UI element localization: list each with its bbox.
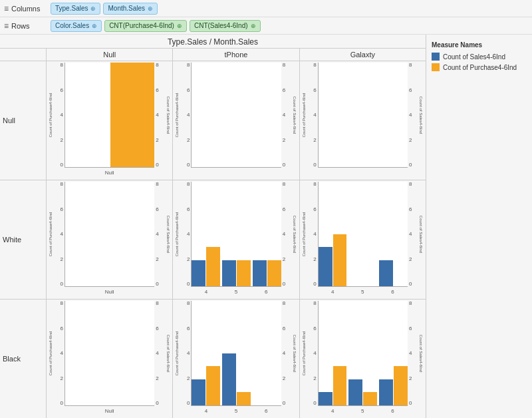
cnt-purchase-pill-icon: ⊕ xyxy=(177,23,182,29)
row-labels: Null White Black xyxy=(0,61,47,418)
main-content: Type.Sales / Month.Sales Null tPhone Gal… xyxy=(0,35,532,418)
legend-label-purchase: Count of Purchase4-6Ind xyxy=(443,64,517,71)
columns-label: ≡ Columns xyxy=(4,4,51,13)
grid-row-white: Count of Purchase4-6IndCount of Sales4-6… xyxy=(47,180,426,300)
cell-white-galaxty: Count of Purchase4-6IndCount of Sales4-6… xyxy=(300,180,426,299)
row-null: Null xyxy=(0,61,47,180)
cell-black-tphone: Count of Purchase4-6IndCount of Sales4-6… xyxy=(173,300,299,418)
chart-body: Null White Black Count of Purchase4-6Ind… xyxy=(0,61,426,418)
row-white: White xyxy=(0,180,47,300)
type-sales-pill[interactable]: Type.Sales ⊕ xyxy=(51,3,100,15)
legend-panel: Measure Names Count of Sales4-6Ind Count… xyxy=(426,35,532,418)
rows-icon: ≡ xyxy=(4,21,9,31)
cell-null-null: Count of Purchase4-6IndCount of Sales4-6… xyxy=(47,61,173,180)
grid-area: Count of Purchase4-6IndCount of Sales4-6… xyxy=(47,61,426,418)
header-spacer xyxy=(0,49,47,61)
cnt-purchase-pill[interactable]: CNT(Purchase4-6Ind) ⊕ xyxy=(104,20,187,32)
color-sales-pill[interactable]: Color.Sales ⊕ xyxy=(51,20,102,32)
type-sales-pill-icon: ⊕ xyxy=(90,5,96,12)
row-black: Black xyxy=(0,300,47,418)
col-null: Null xyxy=(47,49,173,61)
color-sales-pill-icon: ⊕ xyxy=(92,23,97,29)
cnt-sales-pill-icon: ⊕ xyxy=(251,23,256,29)
month-sales-pill[interactable]: Month.Sales ⊕ xyxy=(103,3,158,15)
rows-toolbar: ≡ Rows Color.Sales ⊕ CNT(Purchase4-6Ind)… xyxy=(0,17,532,35)
grid-row-black: Count of Purchase4-6IndCount of Sales4-6… xyxy=(47,300,426,418)
legend-item-purchase: Count of Purchase4-6Ind xyxy=(432,63,527,71)
legend-item-sales: Count of Sales4-6Ind xyxy=(432,53,527,61)
legend-label-sales: Count of Sales4-6Ind xyxy=(443,53,505,61)
column-headers: Null tPhone Galaxty xyxy=(0,49,426,61)
legend-title: Measure Names xyxy=(432,41,527,49)
col-tphone: tPhone xyxy=(173,49,299,61)
cell-null-tphone: Count of Purchase4-6IndCount of Sales4-6… xyxy=(173,61,299,180)
columns-toolbar: ≡ Columns Type.Sales ⊕ Month.Sales ⊕ xyxy=(0,0,532,17)
chart-area: Type.Sales / Month.Sales Null tPhone Gal… xyxy=(0,35,426,418)
cell-black-null: Count of Purchase4-6IndCount of Sales4-6… xyxy=(47,300,173,418)
legend-swatch-sales xyxy=(432,53,440,61)
cell-white-null: Count of Purchase4-6IndCount of Sales4-6… xyxy=(47,180,173,299)
cnt-sales-pill[interactable]: CNT(Sales4-6Ind) ⊕ xyxy=(190,20,261,32)
cell-black-galaxty: Count of Purchase4-6IndCount of Sales4-6… xyxy=(300,300,426,418)
grid-row-null: Count of Purchase4-6IndCount of Sales4-6… xyxy=(47,61,426,180)
columns-icon: ≡ xyxy=(4,4,9,13)
cell-null-galaxty: Count of Purchase4-6IndCount of Sales4-6… xyxy=(300,61,426,180)
month-sales-pill-icon: ⊕ xyxy=(148,5,153,12)
rows-label: ≡ Rows xyxy=(4,21,51,31)
col-galaxty: Galaxty xyxy=(300,49,426,61)
cell-white-tphone: Count of Purchase4-6IndCount of Sales4-6… xyxy=(173,180,299,299)
chart-title: Type.Sales / Month.Sales xyxy=(0,35,426,49)
legend-swatch-purchase xyxy=(432,63,440,71)
